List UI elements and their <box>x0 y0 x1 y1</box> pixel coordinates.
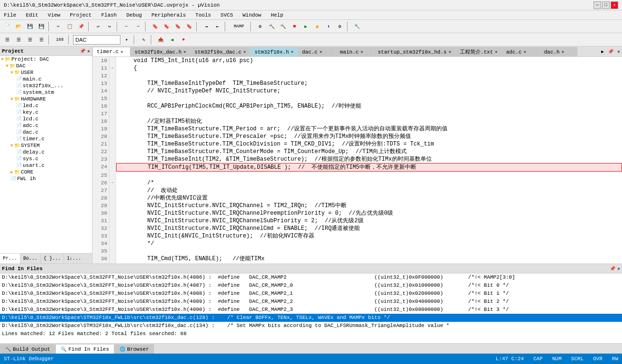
line-content-28[interactable]: //中断优先级NVIC设置 <box>116 194 622 202</box>
tree-adc-c[interactable]: 📄 adc.c <box>0 122 92 129</box>
menu-item-window[interactable]: Window <box>241 12 264 18</box>
project-panel-pin[interactable]: 📌 <box>80 48 85 54</box>
tree-led-c[interactable]: 📄 led.c <box>0 102 92 109</box>
line-content-26[interactable]: /* <box>116 179 622 187</box>
tab-dac-c[interactable]: dac.c ✕ <box>298 47 336 56</box>
line-content-15[interactable] <box>116 95 622 102</box>
tab-dac-h[interactable]: dac.h ✕ <box>540 47 577 56</box>
tab-close-all[interactable]: ✕ <box>615 49 622 55</box>
find-result-3[interactable]: D:\keil5\0_Stm32WorkSpace\3_Stm32FFT_Noi… <box>0 298 622 306</box>
line-content-12[interactable] <box>116 72 622 80</box>
tb2-btn8[interactable]: ◀ <box>167 35 177 45</box>
target-selector[interactable]: DAC <box>73 35 120 45</box>
tb2-btn9[interactable]: ● <box>178 35 189 45</box>
settings-button[interactable]: ⚙ <box>335 21 345 32</box>
tree-delay-c[interactable]: 📄 delay.c <box>0 149 92 155</box>
line-content-36[interactable]: TIM_Cmd(TIM5, ENABLE); //使能TIMx <box>116 255 622 263</box>
maximize-button[interactable]: □ <box>602 1 610 9</box>
indent-button[interactable]: ⇥ <box>201 21 211 32</box>
minimize-button[interactable]: — <box>594 1 601 9</box>
line-content-13[interactable]: TIM_TimeBaseInitTypeDef TIM_TimeBaseStru… <box>116 80 622 87</box>
menu-item-edit[interactable]: Edit <box>24 12 40 18</box>
open-button[interactable]: 📂 <box>13 21 24 32</box>
line-content-29[interactable]: NVIC_InitStructure.NVIC_IRQChannel = TIM… <box>116 202 622 209</box>
line-content-20[interactable]: TIM_TimeBaseStructure.TIM_Prescaler =psc… <box>116 133 622 140</box>
menu-item-view[interactable]: View <box>46 12 62 18</box>
line-content-33[interactable]: NVIC_Init(&NVIC_InitStructure); //初始化NVI… <box>116 232 622 240</box>
find-result-0[interactable]: D:\keil5\0_Stm32WorkSpace\3_Stm32FFT_Noi… <box>0 273 622 282</box>
tb2-btn7[interactable]: 📤 <box>156 35 166 45</box>
menu-item-peripherals[interactable]: Peripherals <box>149 12 188 18</box>
tab-startup[interactable]: startup_stm32f10x_hd.s ✕ <box>374 47 456 56</box>
line-content-14[interactable]: // NVIC_InitTypeDef NVIC_InitStructure; <box>116 87 622 95</box>
target-dropdown-button[interactable]: ▾ <box>121 35 132 45</box>
line-content-18[interactable]: //定时器TIM5初始化 <box>116 118 622 125</box>
find-results-area[interactable]: D:\keil5\0_Stm32WorkSpace\3_Stm32FFT_Noi… <box>0 273 622 343</box>
bottom-tab-find[interactable]: 🔍 Find In Files <box>55 344 114 354</box>
tb2-btn2[interactable]: ☰ <box>13 35 24 45</box>
tree-fwl-file[interactable]: 📄 FWL ih <box>0 175 92 182</box>
line-content-32[interactable]: NVIC_InitStructure.NVIC_IRQChannelCmd = … <box>116 225 622 232</box>
paste-button[interactable]: 📌 <box>76 21 86 32</box>
line-content-16[interactable]: RCC_APB1PeriphClockCmd(RCC_APB1Periph_TI… <box>116 102 622 110</box>
line-content-23[interactable]: TIM_TimeBaseInit(TIM2, &TIM_TimeBaseStru… <box>116 155 622 163</box>
tree-main-c[interactable]: 📄 main.c <box>0 76 92 82</box>
tree-user-folder[interactable]: ▼ 📁 USER <box>0 69 92 76</box>
menu-item-tools[interactable]: Tools <box>193 12 213 18</box>
tree-dac-c[interactable]: 📄 dac.c <box>0 129 92 136</box>
tb2-btn1[interactable]: ☰ <box>2 35 12 45</box>
tab-dac-h-close[interactable]: ✕ <box>561 49 564 55</box>
tab-intro-close[interactable]: ✕ <box>495 49 497 55</box>
tab-timer-c-close[interactable]: ✕ <box>120 49 123 55</box>
line-content-21[interactable]: TIM_TimeBaseStructure.TIM_ClockDivision … <box>116 140 622 148</box>
find-result-5[interactable]: D:\keil5\0_Stm32WorkSpace\STM32F10x_FWLi… <box>0 314 622 322</box>
debug-start-button[interactable]: ▶ <box>301 21 311 32</box>
unindent-button[interactable]: ⇤ <box>212 21 223 32</box>
menu-item-flash[interactable]: Flash <box>99 12 119 18</box>
tb2-btn3[interactable]: ☰ <box>25 35 35 45</box>
tab-timer-c[interactable]: timer.c ✕ <box>92 47 130 56</box>
redo-button[interactable]: ↪ <box>104 21 115 32</box>
tab-adc-c[interactable]: adc.c ✕ <box>502 47 540 56</box>
tab-dac-c-close[interactable]: ✕ <box>320 49 322 55</box>
tab-stm32-dac-h-close[interactable]: ✕ <box>183 49 186 55</box>
tab-intro[interactable]: 工程简介.txt ✕ <box>456 47 502 56</box>
find-panel-close[interactable]: ✕ <box>617 266 620 272</box>
tree-lcd-c[interactable]: 📄 lcd.c <box>0 116 92 122</box>
line-content-24[interactable]: TIM_ITConfig(TIM5,TIM_IT_Update,DISABLE … <box>116 163 622 172</box>
line-content-25[interactable] <box>116 172 622 179</box>
menu-item-project[interactable]: Project <box>68 12 93 18</box>
tree-core-folder[interactable]: ▶ 📁 CORE <box>0 169 92 175</box>
tree-key-c[interactable]: 📄 key.c <box>0 109 92 116</box>
stop-button[interactable]: ■ <box>289 21 300 32</box>
bottom-tab-build[interactable]: 🔨 Build Output <box>0 344 55 354</box>
build-button[interactable]: 🔨 <box>266 21 277 32</box>
tree-hardware-folder[interactable]: ▼ 📁 HARDWARE <box>0 96 92 102</box>
copy-button[interactable]: 📋 <box>64 21 75 32</box>
menu-item-file[interactable]: File <box>2 12 18 18</box>
bottom-tab-browser[interactable]: 🌐 Browser <box>114 344 154 354</box>
line-content-27[interactable]: // 改动处 <box>116 187 622 194</box>
proj-tab-templates[interactable]: 1↓... <box>64 254 84 264</box>
rebuild-button[interactable]: 🔨 <box>278 21 288 32</box>
undo-button[interactable]: ↩ <box>93 21 103 32</box>
tab-adc-c-close[interactable]: ✕ <box>523 49 526 55</box>
tab-stm32f10x-h[interactable]: stm32f10x.h ✕ <box>250 47 298 56</box>
tree-system-folder[interactable]: ▼ 📁 SYSTEM <box>0 142 92 149</box>
close-button[interactable]: ✕ <box>611 1 618 9</box>
proj-tab-funcs[interactable]: { }... <box>41 254 64 264</box>
tree-timer-c[interactable]: 📄 timer.c <box>0 136 92 142</box>
mamp-button[interactable]: MAMP <box>229 21 248 32</box>
find-result-6[interactable]: D:\keil5\0_Stm32WorkSpace\STM32F10x_FWLi… <box>0 322 622 330</box>
bookmark-button[interactable]: 🔖 <box>150 21 160 32</box>
menu-item-debug[interactable]: Debug <box>124 12 144 18</box>
bookmark-clear-button[interactable]: 🔖 <box>184 21 194 32</box>
tab-stm32-dac-c-close[interactable]: ✕ <box>243 49 246 55</box>
find-panel-pin[interactable]: 📌 <box>610 266 615 272</box>
tree-sys-c[interactable]: 📄 sys.c <box>0 155 92 162</box>
tab-stm32f10x-dac-h[interactable]: stm32f10x_dac.h ✕ <box>130 47 190 56</box>
tree-system-stm[interactable]: 📄 system_stm <box>0 89 92 96</box>
bookmark-next-button[interactable]: 🔖 <box>173 21 183 32</box>
tree-project-dac[interactable]: ▼ 📁 Project: DAC <box>0 56 92 63</box>
line-content-34[interactable]: */ <box>116 240 622 247</box>
